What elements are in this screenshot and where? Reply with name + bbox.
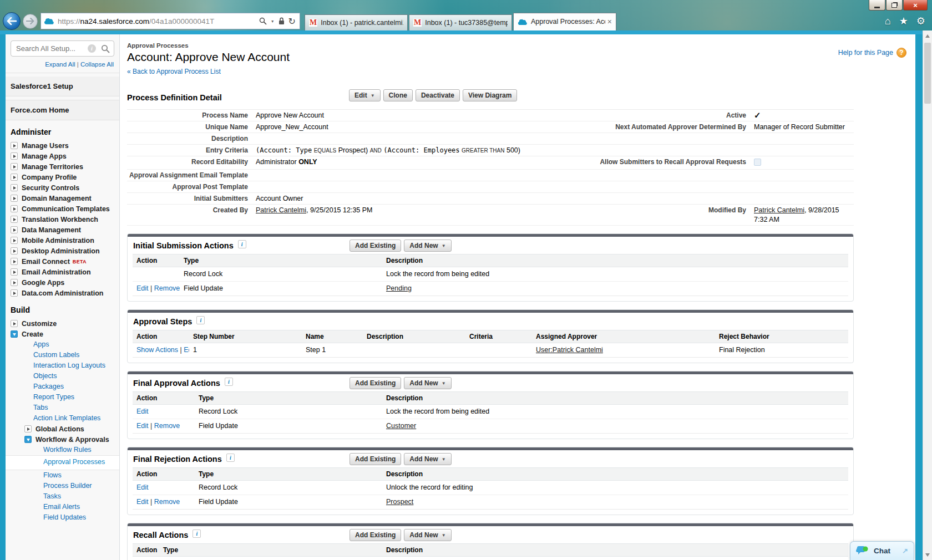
settings-gear-icon[interactable]: ⚙ <box>916 16 925 26</box>
sidebar-item-salesforce1-setup[interactable]: Salesforce1 Setup <box>6 77 119 96</box>
remove-link[interactable]: Remove <box>154 422 180 430</box>
assigned-approver-link[interactable]: User:Patrick Cantelmi <box>536 346 603 354</box>
expand-arrow-icon[interactable] <box>24 425 32 432</box>
address-bar[interactable]: https://na24.salesforce.com/04a1a0000000… <box>40 13 300 29</box>
expand-arrow-icon[interactable] <box>11 142 18 149</box>
expand-arrow-icon[interactable] <box>11 205 18 212</box>
modified-by-user-link[interactable]: Patrick Cantelmi <box>754 206 804 214</box>
expand-arrow-icon[interactable] <box>11 320 18 327</box>
expand-arrow-icon[interactable] <box>11 152 18 160</box>
search-input[interactable] <box>11 40 114 57</box>
add-existing-button[interactable]: Add Existing <box>350 377 401 389</box>
sidebar-item-approval-processes[interactable]: Approval Processes <box>6 455 119 470</box>
expand-arrow-icon[interactable] <box>11 268 18 276</box>
expand-all-link[interactable]: Expand All <box>45 61 75 68</box>
sidebar-item-report-types[interactable]: Report Types <box>6 392 119 403</box>
sidebar-item-process-builder[interactable]: Process Builder <box>6 481 119 491</box>
expand-arrow-icon[interactable] <box>11 279 18 286</box>
add-existing-button[interactable]: Add Existing <box>350 529 401 541</box>
info-icon[interactable]: i <box>238 240 246 248</box>
sidebar-item-packages[interactable]: Packages <box>6 381 119 392</box>
edit-link[interactable]: Edit <box>136 483 149 491</box>
scrollbar-thumb[interactable] <box>924 43 931 104</box>
expand-arrow-icon[interactable] <box>11 174 18 181</box>
sidebar-item-global-actions[interactable]: Global Actions <box>6 424 119 434</box>
expand-arrow-icon[interactable] <box>11 258 18 265</box>
created-by-user-link[interactable]: Patrick Cantelmi <box>256 206 306 214</box>
add-existing-button[interactable]: Add Existing <box>350 453 401 465</box>
scroll-down-arrow[interactable] <box>923 550 932 559</box>
sidebar-item-datacom-administration[interactable]: Data.com Administration <box>6 288 119 298</box>
sidebar-item-domain-management[interactable]: Domain Management <box>6 193 119 203</box>
remove-link[interactable]: Remove <box>154 498 180 506</box>
edit-button[interactable]: Edit▼ <box>349 89 381 101</box>
tab-inbox-tuc[interactable]: M Inbox (1) - tuc37385@temple.e... <box>409 14 512 30</box>
add-new-button[interactable]: Add New▼ <box>404 377 451 389</box>
sidebar-item-email-alerts[interactable]: Email Alerts <box>6 502 119 512</box>
expand-arrow-icon[interactable] <box>11 237 18 244</box>
info-icon[interactable]: i <box>226 454 235 462</box>
popout-arrow-icon[interactable]: ↗ <box>902 547 908 555</box>
sidebar-item-workflow-rules[interactable]: Workflow Rules <box>6 445 119 455</box>
clone-button[interactable]: Clone <box>383 89 413 101</box>
favorites-star-icon[interactable]: ★ <box>899 16 908 26</box>
expand-arrow-icon[interactable] <box>11 247 18 254</box>
info-icon[interactable]: i <box>196 316 205 324</box>
search-icon[interactable] <box>101 44 110 53</box>
back-button[interactable] <box>3 12 21 30</box>
sidebar-item-field-updates[interactable]: Field Updates <box>6 512 119 523</box>
sidebar-item-action-link-templates[interactable]: Action Link Templates <box>6 413 119 424</box>
sidebar-item-tabs[interactable]: Tabs <box>6 403 119 413</box>
edit-link[interactable]: Edit <box>136 408 149 415</box>
search-icon[interactable] <box>259 17 267 25</box>
sidebar-item-apps[interactable]: Apps <box>6 339 119 350</box>
sidebar-item-company-profile[interactable]: Company Profile <box>6 172 119 182</box>
field-update-link[interactable]: Pending <box>386 284 412 292</box>
tab-inbox-patrick[interactable]: M Inbox (1) - patrick.cantelmi123... <box>305 14 408 30</box>
minimize-button[interactable] <box>869 0 885 11</box>
show-actions-link[interactable]: Show Actions <box>136 346 178 354</box>
add-new-button[interactable]: Add New▼ <box>404 529 451 541</box>
sidebar-item-data-management[interactable]: Data Management <box>6 225 119 235</box>
sidebar-item-custom-labels[interactable]: Custom Labels <box>6 350 119 360</box>
sidebar-item-flows[interactable]: Flows <box>6 470 119 481</box>
scroll-up-arrow[interactable] <box>923 31 932 40</box>
search-dropdown-icon[interactable]: ▼ <box>271 19 275 23</box>
vertical-scrollbar[interactable] <box>923 30 932 560</box>
sidebar-item-tasks[interactable]: Tasks <box>6 491 119 502</box>
sidebar-item-communication-templates[interactable]: Communication Templates <box>6 203 119 214</box>
collapse-arrow-icon[interactable] <box>24 436 32 443</box>
expand-arrow-icon[interactable] <box>11 289 18 297</box>
sidebar-item-forcecom-home[interactable]: Force.com Home <box>6 100 119 120</box>
deactivate-button[interactable]: Deactivate <box>416 89 460 101</box>
close-button[interactable]: × <box>903 0 928 11</box>
expand-arrow-icon[interactable] <box>11 226 18 233</box>
add-existing-button[interactable]: Add Existing <box>350 240 401 252</box>
edit-link[interactable]: Edit <box>136 284 149 292</box>
edit-link[interactable]: Edit <box>184 346 189 354</box>
info-icon[interactable]: i <box>225 378 233 386</box>
collapse-all-link[interactable]: Collapse All <box>80 61 114 68</box>
refresh-icon[interactable]: ↻ <box>288 16 296 27</box>
edit-link[interactable]: Edit <box>136 498 149 506</box>
sidebar-item-interaction-log-layouts[interactable]: Interaction Log Layouts <box>6 360 119 371</box>
info-icon[interactable]: i <box>193 530 201 538</box>
sidebar-item-manage-apps[interactable]: Manage Apps <box>6 151 119 161</box>
remove-link[interactable]: Remove <box>154 284 180 292</box>
restore-button[interactable] <box>886 0 903 11</box>
back-to-list-link[interactable]: « Back to Approval Process List <box>127 68 221 75</box>
sidebar-item-google-apps[interactable]: Google Apps <box>6 277 119 288</box>
field-update-link[interactable]: Customer <box>386 422 416 430</box>
add-new-button[interactable]: Add New▼ <box>404 453 451 465</box>
sidebar-item-email-administration[interactable]: Email Administration <box>6 267 119 277</box>
view-diagram-button[interactable]: View Diagram <box>463 89 517 101</box>
home-icon[interactable]: ⌂ <box>885 16 891 26</box>
sidebar-item-mobile-administration[interactable]: Mobile Administration <box>6 235 119 246</box>
expand-arrow-icon[interactable] <box>11 216 18 223</box>
chat-widget[interactable]: Chat ↗ <box>850 541 914 560</box>
edit-link[interactable]: Edit <box>136 422 149 430</box>
tab-approval-processes[interactable]: Approval Processes: Accou... × <box>513 13 616 30</box>
collapse-arrow-icon[interactable] <box>11 330 18 338</box>
expand-arrow-icon[interactable] <box>11 184 18 191</box>
allow-recall-checkbox[interactable] <box>754 159 761 166</box>
